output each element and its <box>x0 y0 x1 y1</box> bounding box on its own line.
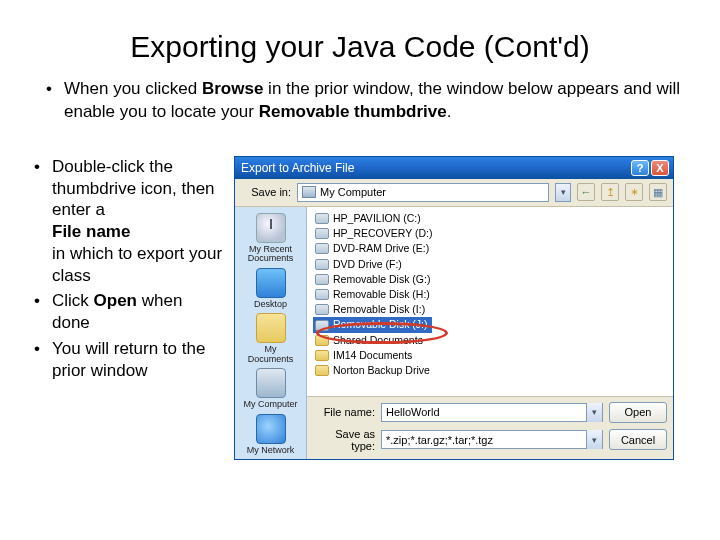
open-button[interactable]: Open <box>609 402 667 423</box>
desktop-icon <box>256 268 286 298</box>
places-my-network[interactable]: My Network <box>241 414 301 455</box>
places-bar: My Recent Documents Desktop My Documents… <box>235 207 307 459</box>
saveastype-label: Save as type: <box>313 428 375 452</box>
item-label: Removable Disk (J:) <box>333 317 428 332</box>
drive-item[interactable]: Removable Disk (I:) <box>313 302 667 317</box>
intro-bullet-list: When you clicked Browse in the prior win… <box>36 78 684 124</box>
folder-item[interactable]: Norton Backup Drive <box>313 363 667 378</box>
drive-icon <box>315 274 329 285</box>
drive-item[interactable]: DVD-RAM Drive (E:) <box>313 241 667 256</box>
drive-item[interactable]: HP_RECOVERY (D:) <box>313 226 667 241</box>
drive-icon <box>315 228 329 239</box>
save-in-label: Save in: <box>241 186 291 198</box>
network-icon <box>256 414 286 444</box>
item-label: DVD-RAM Drive (E:) <box>333 241 429 256</box>
places-my-computer[interactable]: My Computer <box>241 368 301 409</box>
drive-item[interactable]: HP_PAVILION (C:) <box>313 211 667 226</box>
drive-icon <box>315 304 329 315</box>
item-label: Removable Disk (G:) <box>333 272 430 287</box>
up-one-level-button[interactable]: ↥ <box>601 183 619 201</box>
step-item: Double-click the thumbdrive icon, then e… <box>52 156 224 287</box>
item-label: IM14 Documents <box>333 348 412 363</box>
item-label: HP_PAVILION (C:) <box>333 211 421 226</box>
file-list[interactable]: HP_PAVILION (C:)HP_RECOVERY (D:)DVD-RAM … <box>307 207 673 396</box>
intro-bullet: When you clicked Browse in the prior win… <box>64 78 684 124</box>
drive-icon <box>315 213 329 224</box>
item-label: Removable Disk (H:) <box>333 287 430 302</box>
close-button[interactable]: X <box>651 160 669 176</box>
computer-icon <box>256 368 286 398</box>
folder-item[interactable]: IM14 Documents <box>313 348 667 363</box>
drive-icon <box>315 243 329 254</box>
places-my-documents[interactable]: My Documents <box>241 313 301 364</box>
steps-list: Double-click the thumbdrive icon, then e… <box>36 156 224 382</box>
folder-icon <box>315 335 329 346</box>
save-in-dropdown[interactable]: My Computer <box>297 183 549 202</box>
dialog-title: Export to Archive File <box>241 161 631 175</box>
folder-icon <box>315 350 329 361</box>
drive-item[interactable]: Removable Disk (G:) <box>313 272 667 287</box>
export-dialog: Export to Archive File ? X Save in: My C… <box>234 156 674 460</box>
new-folder-button[interactable]: ✶ <box>625 183 643 201</box>
places-desktop[interactable]: Desktop <box>241 268 301 309</box>
places-recent[interactable]: My Recent Documents <box>241 213 301 264</box>
filename-input[interactable]: HelloWorld ▾ <box>381 403 603 422</box>
folder-icon <box>315 365 329 376</box>
step-item: You will return to the prior window <box>52 338 224 382</box>
folder-item[interactable]: Shared Documents <box>313 333 667 348</box>
item-label: Shared Documents <box>333 333 423 348</box>
saveastype-dropdown[interactable]: *.zip;*.tar.gz;*.tar;*.tgz ▾ <box>381 430 603 449</box>
save-in-value: My Computer <box>320 186 386 198</box>
views-button[interactable]: ▦ <box>649 183 667 201</box>
chevron-down-icon[interactable]: ▾ <box>586 430 602 449</box>
chevron-down-icon[interactable]: ▾ <box>555 183 571 202</box>
page-title: Exporting your Java Code (Cont'd) <box>36 30 684 64</box>
folder-icon <box>256 313 286 343</box>
drive-icon <box>315 289 329 300</box>
drive-item[interactable]: Removable Disk (H:) <box>313 287 667 302</box>
filename-label: File name: <box>313 406 375 418</box>
computer-icon <box>302 186 316 198</box>
chevron-down-icon[interactable]: ▾ <box>586 403 602 422</box>
item-label: DVD Drive (F:) <box>333 257 402 272</box>
drive-item[interactable]: Removable Disk (J:) <box>313 317 432 332</box>
step-item: Click Open when done <box>52 290 224 334</box>
item-label: Norton Backup Drive <box>333 363 430 378</box>
cancel-button[interactable]: Cancel <box>609 429 667 450</box>
recent-icon <box>256 213 286 243</box>
help-button[interactable]: ? <box>631 160 649 176</box>
back-button[interactable]: ← <box>577 183 595 201</box>
item-label: HP_RECOVERY (D:) <box>333 226 432 241</box>
drive-item[interactable]: DVD Drive (F:) <box>313 257 667 272</box>
drive-icon <box>315 259 329 270</box>
item-label: Removable Disk (I:) <box>333 302 425 317</box>
drive-icon <box>315 320 329 331</box>
